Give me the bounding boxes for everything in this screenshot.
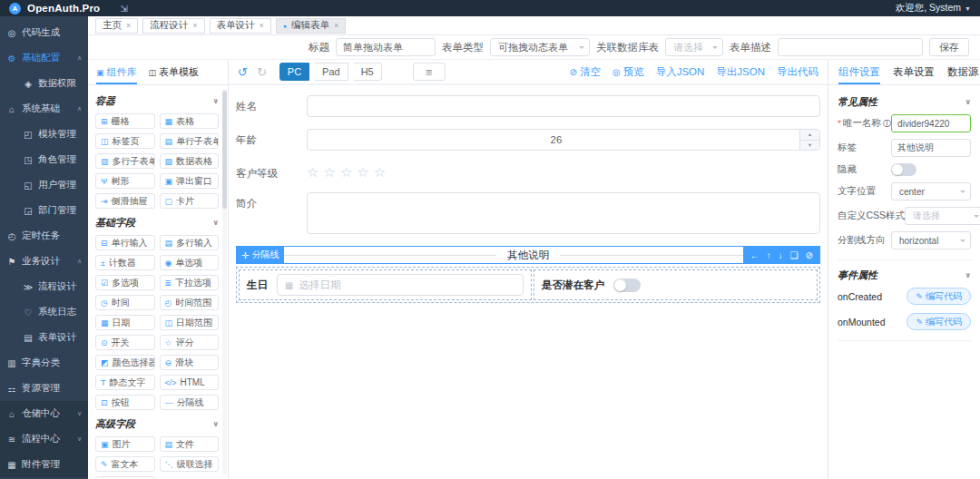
library-item-grid[interactable]: ⊞栅格 bbox=[95, 113, 155, 129]
tab-component-settings[interactable]: 组件设置 bbox=[838, 60, 880, 84]
tab-data-source[interactable]: 数据源 bbox=[947, 60, 979, 84]
star-icon[interactable]: ☆ bbox=[323, 164, 335, 181]
sidebar-item-dictionary-category[interactable]: ▥字典分类 bbox=[0, 350, 88, 376]
tab-form-settings[interactable]: 表单设置 bbox=[893, 60, 935, 84]
star-icon[interactable]: ☆ bbox=[307, 164, 318, 181]
library-item-color-picker[interactable]: ◩颜色选择器 bbox=[95, 355, 155, 370]
library-item-date-range[interactable]: ◫日期范围 bbox=[160, 315, 220, 330]
close-icon[interactable]: × bbox=[126, 21, 131, 30]
close-icon[interactable]: × bbox=[192, 21, 197, 30]
selected-divider-component[interactable]: ✛ 分隔线 其他说明 ← ↑ ↓ ❏ ⊘ bbox=[236, 246, 820, 264]
library-item-data-table[interactable]: ▧数据表格 bbox=[160, 153, 220, 169]
library-item-tabs[interactable]: ◫标签页 bbox=[95, 133, 155, 149]
library-item-checkbox[interactable]: ☑多选项 bbox=[95, 275, 155, 290]
library-item-rich-text[interactable]: ✎富文本 bbox=[95, 456, 155, 472]
sidebar-item-warehouse-center[interactable]: ⌂仓储中心∨ bbox=[0, 401, 88, 426]
library-scrollbar-thumb[interactable] bbox=[222, 91, 227, 209]
hidden-toggle[interactable] bbox=[891, 163, 916, 176]
write-code-button-oncreated[interactable]: ✎编写代码 bbox=[906, 288, 971, 305]
star-icon[interactable]: ☆ bbox=[374, 164, 386, 181]
outline-tree-button[interactable]: ≣ bbox=[413, 63, 446, 81]
sidebar-item-scheduled-tasks[interactable]: ◴定时任务 bbox=[0, 223, 88, 249]
potential-customer-toggle[interactable] bbox=[613, 279, 641, 292]
library-item-select[interactable]: ≣下拉选项 bbox=[160, 275, 220, 290]
library-item-card[interactable]: ▢卡片 bbox=[160, 193, 220, 209]
field-row-age[interactable]: 年龄 ▲ ▼ bbox=[236, 129, 820, 151]
field-row-rating[interactable]: 客户等级 ☆ ☆ ☆ ☆ ☆ bbox=[236, 162, 820, 181]
form-desc-input[interactable] bbox=[778, 38, 923, 56]
library-item-slider[interactable]: ⊖滑块 bbox=[160, 355, 220, 370]
increase-icon[interactable]: ▲ bbox=[800, 130, 819, 141]
sidebar-item-attachment-management[interactable]: ▦附件管理 bbox=[0, 452, 88, 477]
form-title-input[interactable] bbox=[336, 38, 436, 56]
library-item-time-range[interactable]: ◴时间范围 bbox=[160, 295, 220, 310]
sidebar-item-code-generation[interactable]: ◎代码生成 bbox=[0, 20, 88, 45]
library-item-popup-window[interactable]: ▣弹出窗口 bbox=[160, 173, 220, 189]
library-item-rate[interactable]: ☆评分 bbox=[160, 335, 220, 350]
export-code-button[interactable]: 导出代码 bbox=[777, 65, 818, 79]
age-number-input[interactable] bbox=[307, 129, 820, 151]
intro-textarea[interactable] bbox=[307, 192, 820, 234]
collapse-sidebar-icon[interactable]: ⇲ bbox=[120, 4, 127, 14]
sidebar-item-role-management[interactable]: ◳角色管理 bbox=[0, 147, 88, 172]
sidebar-item-data-permission[interactable]: ◈数据权限 bbox=[0, 71, 88, 96]
copy-icon[interactable]: ❏ bbox=[790, 250, 799, 260]
grid-row-container[interactable]: 生日 ▦ 选择日期 是否潜在客户 bbox=[236, 267, 820, 303]
sidebar-item-basic-config[interactable]: ⚙基础配置∧ bbox=[0, 45, 88, 71]
sidebar-item-user-management[interactable]: ◱用户管理 bbox=[0, 172, 88, 198]
decrease-icon[interactable]: ▼ bbox=[800, 141, 819, 151]
star-icon[interactable]: ☆ bbox=[357, 164, 368, 181]
close-icon[interactable]: × bbox=[260, 21, 264, 30]
section-header-basic-fields[interactable]: 基础字段∨ bbox=[95, 216, 219, 230]
library-item-radio[interactable]: ◉单选项 bbox=[160, 255, 220, 270]
library-item-multi-row-subform[interactable]: ▥多行子表单 bbox=[95, 153, 155, 169]
library-item-single-row-subform[interactable]: ▤单行子表单 bbox=[160, 133, 220, 149]
sidebar-item-system-logs[interactable]: ♡系统日志 bbox=[0, 299, 88, 325]
library-scrollbar[interactable] bbox=[222, 89, 227, 475]
library-item-side-drawer[interactable]: ⇥侧滑抽屉 bbox=[95, 193, 155, 209]
device-tab-pc[interactable]: PC bbox=[279, 63, 309, 81]
db-table-select[interactable]: 请选择 bbox=[665, 38, 723, 56]
write-code-button-onmounted[interactable]: ✎编写代码 bbox=[906, 313, 971, 330]
move-left-icon[interactable]: ← bbox=[750, 250, 760, 260]
unique-name-input[interactable]: divider94220 bbox=[891, 114, 971, 132]
page-tab-home[interactable]: 主页× bbox=[95, 18, 138, 34]
star-icon[interactable]: ☆ bbox=[340, 164, 352, 181]
move-up-icon[interactable]: ↑ bbox=[767, 250, 771, 260]
library-item-switch[interactable]: ⊙开关 bbox=[95, 335, 155, 350]
device-tab-pad[interactable]: Pad bbox=[315, 63, 348, 81]
sidebar-item-system-basic[interactable]: ⌂系统基础∧ bbox=[0, 96, 88, 122]
library-item-single-line-input[interactable]: ⊟单行输入 bbox=[95, 235, 155, 250]
section-header-common-props[interactable]: 常见属性∨ bbox=[838, 95, 971, 109]
library-item-html[interactable]: </>HTML bbox=[160, 375, 220, 390]
sidebar-item-module-management[interactable]: ◰模块管理 bbox=[0, 122, 88, 147]
library-item-multi-line-input[interactable]: ▤多行输入 bbox=[160, 235, 220, 250]
sidebar-item-process-center[interactable]: ≋流程中心∨ bbox=[0, 426, 88, 452]
grid-cell-potential-customer[interactable]: 是否潜在客户 bbox=[534, 269, 818, 300]
divider-direction-select[interactable]: horizontal bbox=[891, 231, 971, 249]
tab-component-library[interactable]: ▣组件库 bbox=[96, 60, 137, 84]
custom-css-select[interactable]: 请选择 bbox=[905, 207, 980, 225]
page-tab-process-design[interactable]: 流程设计× bbox=[142, 18, 204, 34]
component-drag-handle[interactable]: ✛ 分隔线 bbox=[236, 246, 284, 264]
tab-form-templates[interactable]: ◫表单模板 bbox=[149, 60, 200, 84]
library-item-counter[interactable]: ±计数器 bbox=[95, 255, 155, 270]
redo-icon[interactable]: ↻ bbox=[257, 65, 267, 79]
name-input[interactable] bbox=[307, 95, 820, 117]
field-row-name[interactable]: 姓名 bbox=[236, 95, 820, 117]
field-row-intro[interactable]: 简介 bbox=[236, 192, 820, 234]
form-type-select[interactable]: 可拖拽动态表单 bbox=[490, 38, 590, 56]
text-position-select[interactable]: center bbox=[891, 182, 971, 200]
device-tab-h5[interactable]: H5 bbox=[354, 63, 382, 81]
page-tab-edit-form[interactable]: ●编辑表单× bbox=[276, 18, 347, 34]
preview-button[interactable]: ◎预览 bbox=[612, 65, 644, 79]
grid-cell-birthday[interactable]: 生日 ▦ 选择日期 bbox=[239, 269, 532, 300]
library-item-time[interactable]: ◷时间 bbox=[95, 295, 155, 310]
delete-icon[interactable]: ⊘ bbox=[806, 250, 813, 260]
info-icon[interactable]: ⓘ bbox=[883, 118, 891, 130]
sidebar-item-resource-management[interactable]: ⚏资源管理 bbox=[0, 376, 88, 401]
library-item-table[interactable]: ▦表格 bbox=[160, 113, 220, 129]
birthday-date-picker[interactable]: ▦ 选择日期 bbox=[277, 274, 524, 296]
save-button[interactable]: 保存 bbox=[929, 38, 969, 56]
section-header-event-props[interactable]: 事件属性∨ bbox=[838, 269, 971, 282]
